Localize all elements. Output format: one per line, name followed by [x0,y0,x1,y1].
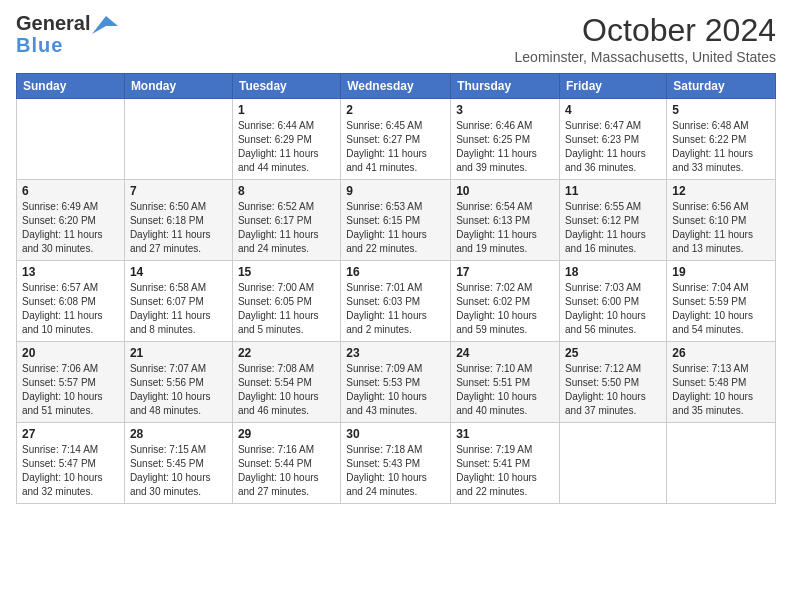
day-number: 15 [238,265,335,279]
day-number: 16 [346,265,445,279]
day-info: Sunrise: 7:08 AM Sunset: 5:54 PM Dayligh… [238,362,335,418]
day-number: 17 [456,265,554,279]
col-saturday: Saturday [667,74,776,99]
calendar-cell [124,99,232,180]
day-number: 22 [238,346,335,360]
day-info: Sunrise: 7:10 AM Sunset: 5:51 PM Dayligh… [456,362,554,418]
day-info: Sunrise: 7:04 AM Sunset: 5:59 PM Dayligh… [672,281,770,337]
calendar-cell [560,423,667,504]
day-number: 8 [238,184,335,198]
calendar-cell: 10Sunrise: 6:54 AM Sunset: 6:13 PM Dayli… [451,180,560,261]
day-number: 31 [456,427,554,441]
calendar-cell: 13Sunrise: 6:57 AM Sunset: 6:08 PM Dayli… [17,261,125,342]
day-number: 21 [130,346,227,360]
header: General Blue October 2024 Leominster, Ma… [16,12,776,65]
calendar-header-row: Sunday Monday Tuesday Wednesday Thursday… [17,74,776,99]
day-number: 20 [22,346,119,360]
calendar-cell: 20Sunrise: 7:06 AM Sunset: 5:57 PM Dayli… [17,342,125,423]
day-number: 25 [565,346,661,360]
day-number: 30 [346,427,445,441]
calendar-cell: 21Sunrise: 7:07 AM Sunset: 5:56 PM Dayli… [124,342,232,423]
calendar-cell: 30Sunrise: 7:18 AM Sunset: 5:43 PM Dayli… [341,423,451,504]
calendar-cell: 24Sunrise: 7:10 AM Sunset: 5:51 PM Dayli… [451,342,560,423]
logo-general: General [16,12,90,35]
day-number: 26 [672,346,770,360]
calendar-cell: 5Sunrise: 6:48 AM Sunset: 6:22 PM Daylig… [667,99,776,180]
day-number: 10 [456,184,554,198]
day-number: 1 [238,103,335,117]
day-info: Sunrise: 6:48 AM Sunset: 6:22 PM Dayligh… [672,119,770,175]
calendar-cell: 6Sunrise: 6:49 AM Sunset: 6:20 PM Daylig… [17,180,125,261]
calendar-cell: 7Sunrise: 6:50 AM Sunset: 6:18 PM Daylig… [124,180,232,261]
day-number: 29 [238,427,335,441]
calendar-week-5: 27Sunrise: 7:14 AM Sunset: 5:47 PM Dayli… [17,423,776,504]
day-info: Sunrise: 7:03 AM Sunset: 6:00 PM Dayligh… [565,281,661,337]
calendar-cell: 23Sunrise: 7:09 AM Sunset: 5:53 PM Dayli… [341,342,451,423]
day-number: 18 [565,265,661,279]
calendar-cell: 9Sunrise: 6:53 AM Sunset: 6:15 PM Daylig… [341,180,451,261]
calendar-cell: 18Sunrise: 7:03 AM Sunset: 6:00 PM Dayli… [560,261,667,342]
calendar-table: Sunday Monday Tuesday Wednesday Thursday… [16,73,776,504]
day-info: Sunrise: 6:44 AM Sunset: 6:29 PM Dayligh… [238,119,335,175]
logo-row1: General [16,12,118,35]
col-thursday: Thursday [451,74,560,99]
day-number: 7 [130,184,227,198]
day-number: 13 [22,265,119,279]
day-number: 24 [456,346,554,360]
day-number: 5 [672,103,770,117]
day-info: Sunrise: 7:01 AM Sunset: 6:03 PM Dayligh… [346,281,445,337]
calendar-cell: 15Sunrise: 7:00 AM Sunset: 6:05 PM Dayli… [232,261,340,342]
calendar-week-1: 1Sunrise: 6:44 AM Sunset: 6:29 PM Daylig… [17,99,776,180]
day-info: Sunrise: 7:09 AM Sunset: 5:53 PM Dayligh… [346,362,445,418]
day-info: Sunrise: 7:16 AM Sunset: 5:44 PM Dayligh… [238,443,335,499]
day-info: Sunrise: 6:56 AM Sunset: 6:10 PM Dayligh… [672,200,770,256]
col-sunday: Sunday [17,74,125,99]
page: General Blue October 2024 Leominster, Ma… [0,0,792,612]
title-block: October 2024 Leominster, Massachusetts, … [515,12,776,65]
calendar-cell: 27Sunrise: 7:14 AM Sunset: 5:47 PM Dayli… [17,423,125,504]
day-info: Sunrise: 6:54 AM Sunset: 6:13 PM Dayligh… [456,200,554,256]
day-info: Sunrise: 7:13 AM Sunset: 5:48 PM Dayligh… [672,362,770,418]
calendar-cell: 16Sunrise: 7:01 AM Sunset: 6:03 PM Dayli… [341,261,451,342]
day-info: Sunrise: 6:45 AM Sunset: 6:27 PM Dayligh… [346,119,445,175]
calendar-cell: 19Sunrise: 7:04 AM Sunset: 5:59 PM Dayli… [667,261,776,342]
day-info: Sunrise: 6:46 AM Sunset: 6:25 PM Dayligh… [456,119,554,175]
calendar-cell [667,423,776,504]
day-info: Sunrise: 6:58 AM Sunset: 6:07 PM Dayligh… [130,281,227,337]
day-info: Sunrise: 7:07 AM Sunset: 5:56 PM Dayligh… [130,362,227,418]
day-number: 11 [565,184,661,198]
calendar-cell: 22Sunrise: 7:08 AM Sunset: 5:54 PM Dayli… [232,342,340,423]
logo-blue: Blue [16,35,63,55]
calendar-cell: 31Sunrise: 7:19 AM Sunset: 5:41 PM Dayli… [451,423,560,504]
calendar-cell: 26Sunrise: 7:13 AM Sunset: 5:48 PM Dayli… [667,342,776,423]
month-title: October 2024 [515,12,776,49]
day-info: Sunrise: 7:00 AM Sunset: 6:05 PM Dayligh… [238,281,335,337]
calendar-cell: 14Sunrise: 6:58 AM Sunset: 6:07 PM Dayli… [124,261,232,342]
col-tuesday: Tuesday [232,74,340,99]
day-info: Sunrise: 6:47 AM Sunset: 6:23 PM Dayligh… [565,119,661,175]
calendar-cell: 8Sunrise: 6:52 AM Sunset: 6:17 PM Daylig… [232,180,340,261]
svg-marker-0 [92,16,118,34]
calendar-cell: 1Sunrise: 6:44 AM Sunset: 6:29 PM Daylig… [232,99,340,180]
day-info: Sunrise: 6:52 AM Sunset: 6:17 PM Dayligh… [238,200,335,256]
calendar-cell: 29Sunrise: 7:16 AM Sunset: 5:44 PM Dayli… [232,423,340,504]
calendar-cell: 4Sunrise: 6:47 AM Sunset: 6:23 PM Daylig… [560,99,667,180]
day-info: Sunrise: 6:57 AM Sunset: 6:08 PM Dayligh… [22,281,119,337]
day-number: 9 [346,184,445,198]
calendar-cell: 25Sunrise: 7:12 AM Sunset: 5:50 PM Dayli… [560,342,667,423]
day-info: Sunrise: 7:12 AM Sunset: 5:50 PM Dayligh… [565,362,661,418]
day-info: Sunrise: 6:50 AM Sunset: 6:18 PM Dayligh… [130,200,227,256]
day-info: Sunrise: 7:15 AM Sunset: 5:45 PM Dayligh… [130,443,227,499]
day-info: Sunrise: 7:06 AM Sunset: 5:57 PM Dayligh… [22,362,119,418]
day-info: Sunrise: 7:02 AM Sunset: 6:02 PM Dayligh… [456,281,554,337]
calendar-week-4: 20Sunrise: 7:06 AM Sunset: 5:57 PM Dayli… [17,342,776,423]
col-wednesday: Wednesday [341,74,451,99]
day-number: 4 [565,103,661,117]
calendar-cell: 2Sunrise: 6:45 AM Sunset: 6:27 PM Daylig… [341,99,451,180]
day-info: Sunrise: 7:14 AM Sunset: 5:47 PM Dayligh… [22,443,119,499]
calendar-cell: 28Sunrise: 7:15 AM Sunset: 5:45 PM Dayli… [124,423,232,504]
calendar-cell [17,99,125,180]
day-number: 28 [130,427,227,441]
logo: General Blue [16,12,118,55]
calendar-week-3: 13Sunrise: 6:57 AM Sunset: 6:08 PM Dayli… [17,261,776,342]
